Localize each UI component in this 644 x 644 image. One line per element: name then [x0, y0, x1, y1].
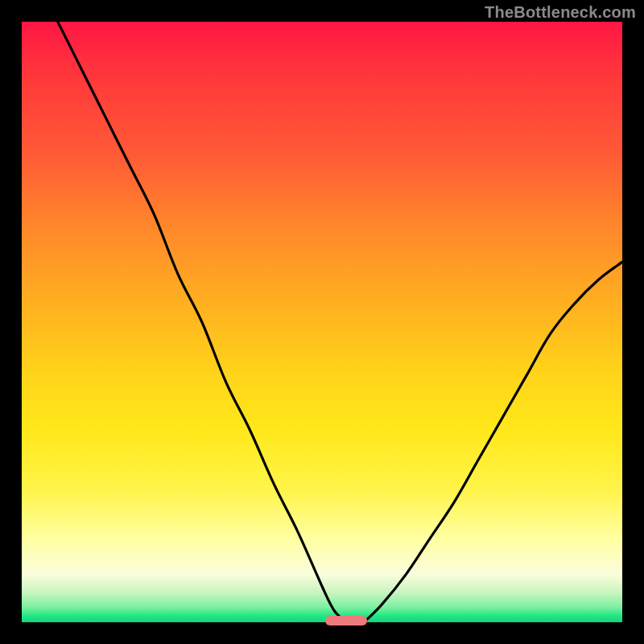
chart-frame: TheBottleneck.com — [0, 0, 644, 644]
curve-left-branch — [58, 22, 346, 622]
watermark-text: TheBottleneck.com — [485, 3, 636, 22]
minimum-marker — [325, 616, 367, 626]
bottleneck-curve — [22, 22, 622, 622]
curve-right-branch — [364, 262, 622, 622]
plot-area — [22, 22, 622, 622]
